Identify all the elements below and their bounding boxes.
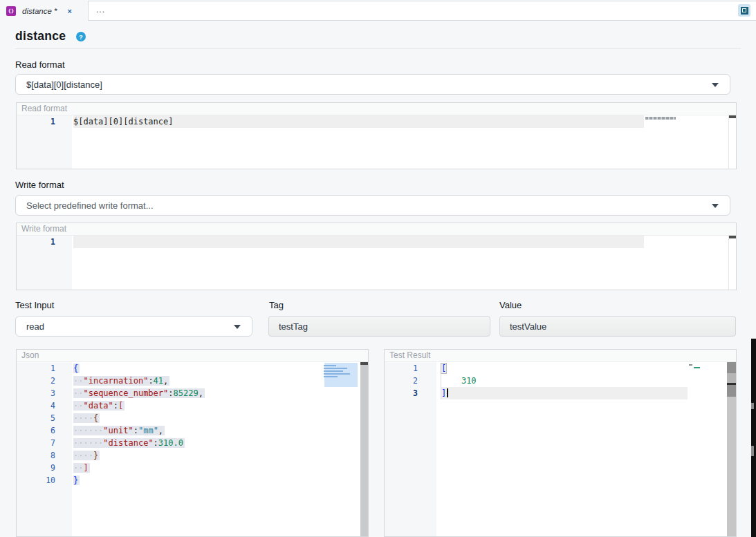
help-icon[interactable]: ? xyxy=(76,32,86,41)
vertical-scrollbar[interactable] xyxy=(727,362,736,536)
editor-title: Read format xyxy=(17,103,736,115)
editor-title: Json xyxy=(17,350,368,362)
window-edge-strip xyxy=(751,339,756,537)
test-input-label: Test Input xyxy=(15,300,54,310)
test-input-select-value: read xyxy=(26,321,44,332)
code-line[interactable]: 7······"distance":310.0 xyxy=(17,437,368,449)
tab-bar: {} distance * × ... xyxy=(0,0,756,21)
read-format-select[interactable]: $[data][0][distance] xyxy=(15,74,730,95)
code-line[interactable]: 2··"incarnation":41, xyxy=(17,375,368,387)
tab-distance[interactable]: {} distance * × xyxy=(0,0,88,21)
line-number: 9 xyxy=(17,462,72,474)
tab-overflow-label: ... xyxy=(96,5,105,15)
line-number: 1 xyxy=(385,362,436,375)
read-format-select-value: $[data][0][distance] xyxy=(26,79,102,90)
tag-label: Tag xyxy=(269,300,284,310)
code-line[interactable]: 6······"unit":"mm", xyxy=(17,424,368,437)
value-label: Value xyxy=(499,300,522,310)
extension-icon-inner xyxy=(741,7,748,15)
braces-icon: {} xyxy=(6,6,16,16)
code-line[interactable]: 8····} xyxy=(17,449,368,462)
minimap[interactable] xyxy=(644,115,728,169)
test-input-select[interactable]: read xyxy=(15,316,252,337)
line-number: 8 xyxy=(17,449,72,462)
editor-title: Write format xyxy=(17,223,736,236)
vertical-scrollbar[interactable] xyxy=(728,236,736,290)
tag-field[interactable]: testTag xyxy=(268,316,490,337)
line-number: 3 xyxy=(17,387,72,399)
code-line[interactable]: 9··] xyxy=(17,462,368,474)
line-number: 10 xyxy=(17,474,72,487)
line-number: 1 xyxy=(17,236,72,248)
chevron-down-icon xyxy=(234,325,241,329)
minimap[interactable] xyxy=(689,362,727,536)
minimap[interactable] xyxy=(644,236,728,290)
extension-icon[interactable] xyxy=(738,4,750,17)
close-icon[interactable]: × xyxy=(68,7,72,15)
vertical-scrollbar[interactable] xyxy=(360,362,368,536)
page: {} distance * × ... distance ? Read form… xyxy=(0,0,756,537)
line-number: 3 xyxy=(385,387,436,399)
write-format-select-placeholder: Select predefined write format... xyxy=(26,200,154,211)
edge-scroll-mark xyxy=(751,403,754,409)
line-number: 2 xyxy=(17,375,72,387)
code-line[interactable]: 3] xyxy=(385,387,736,399)
line-number: 6 xyxy=(17,424,72,437)
divider xyxy=(15,48,741,49)
page-title: distance xyxy=(15,29,66,44)
text-cursor xyxy=(447,388,448,397)
code-line[interactable]: 1 xyxy=(17,236,736,248)
write-format-select[interactable]: Select predefined write format... xyxy=(15,195,730,216)
value-field-value: testValue xyxy=(510,321,546,332)
code-line[interactable]: 10} xyxy=(17,474,368,487)
tab-label: distance * xyxy=(22,7,57,15)
code-line[interactable]: 3··"sequence_number":85229, xyxy=(17,387,368,399)
chevron-down-icon xyxy=(712,83,719,87)
line-number: 7 xyxy=(17,437,72,449)
test-result-code-editor[interactable]: Test Result 1[2 3103] xyxy=(384,349,737,537)
vertical-scrollbar[interactable] xyxy=(728,115,736,169)
tag-field-value: testTag xyxy=(279,321,308,332)
value-field[interactable]: testValue xyxy=(499,316,736,337)
line-number: 4 xyxy=(17,399,72,412)
code-line[interactable]: 1[ xyxy=(385,362,736,375)
edge-scroll-mark xyxy=(751,446,754,456)
code-line[interactable]: 2 310 xyxy=(385,375,736,387)
line-number: 1 xyxy=(17,362,72,375)
read-format-code-editor[interactable]: Read format 1$[data][0][distance] xyxy=(16,102,737,169)
code-line[interactable]: 4··"data":[ xyxy=(17,399,368,412)
read-format-label: Read format xyxy=(15,59,65,70)
minimap[interactable] xyxy=(321,362,360,536)
write-format-code-editor[interactable]: Write format 1 xyxy=(16,223,737,290)
tab-overflow-strip[interactable]: ... xyxy=(88,1,756,21)
line-number: 1 xyxy=(17,115,72,128)
code-line[interactable]: 5····{ xyxy=(17,412,368,424)
code-line[interactable]: 1$[data][0][distance] xyxy=(17,115,736,128)
line-number: 2 xyxy=(385,375,436,387)
minimap-selection xyxy=(324,363,358,387)
write-format-label: Write format xyxy=(15,180,64,190)
json-code-editor[interactable]: Json 1{2··"incarnation":41,3··"sequence_… xyxy=(16,349,369,537)
line-number: 5 xyxy=(17,412,72,424)
code-line[interactable]: 1{ xyxy=(17,362,368,375)
chevron-down-icon xyxy=(712,204,719,208)
editor-title: Test Result xyxy=(385,350,736,362)
